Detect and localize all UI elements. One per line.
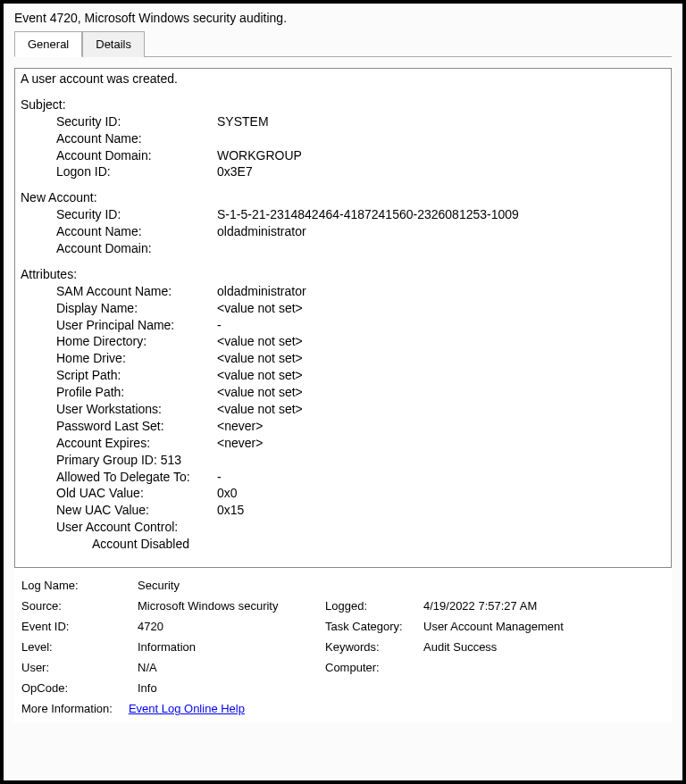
subject-account-domain-val: WORKGROUP — [217, 147, 665, 164]
attr-olduac-val: 0x0 — [217, 485, 665, 502]
attr-homedrive-key: Home Drive: — [56, 350, 217, 367]
attr-newuac-val: 0x15 — [217, 502, 665, 519]
level-value: Information — [138, 640, 325, 654]
level-label: Level: — [21, 640, 138, 654]
subject-security-id-key: Security ID: — [56, 113, 217, 130]
subject-logon-id-key: Logon ID: — [56, 163, 217, 180]
event-title: Event 4720, Microsoft Windows security a… — [4, 4, 682, 30]
user-value: N/A — [138, 661, 325, 674]
attr-homedrive-row: Home Drive: <value not set> — [21, 350, 665, 367]
attr-homedir-key: Home Directory: — [56, 333, 217, 350]
subject-logon-id-row: Logon ID: 0x3E7 — [21, 163, 665, 180]
attr-display-val: <value not set> — [217, 300, 665, 317]
new-account-domain-row: Account Domain: — [21, 240, 665, 257]
event-id-value: 4720 — [138, 620, 325, 633]
attr-profile-val: <value not set> — [217, 384, 665, 401]
source-value: Microsoft Windows security — [138, 599, 325, 613]
subject-account-domain-key: Account Domain: — [56, 147, 217, 164]
attr-delegate-key: Allowed To Delegate To: — [56, 469, 217, 486]
subject-account-domain-row: Account Domain: WORKGROUP — [21, 147, 665, 164]
new-account-domain-val — [217, 240, 665, 257]
keywords-value: Audit Success — [423, 640, 665, 654]
attr-delegate-row: Allowed To Delegate To: - — [21, 469, 665, 486]
event-viewer-panel: Event 4720, Microsoft Windows security a… — [0, 0, 686, 784]
attr-homedir-val: <value not set> — [217, 333, 665, 350]
attr-olduac-row: Old UAC Value: 0x0 — [21, 485, 665, 502]
attr-profile-row: Profile Path: <value not set> — [21, 384, 665, 401]
attr-newuac-row: New UAC Value: 0x15 — [21, 502, 665, 519]
logged-value: 4/19/2022 7:57:27 AM — [423, 599, 665, 613]
user-label: User: — [21, 661, 138, 674]
opcode-label: OpCode: — [21, 681, 138, 695]
attributes-section-label: Attributes: — [21, 266, 665, 283]
more-information-row: More Information: Event Log Online Help — [14, 695, 672, 722]
log-name-label: Log Name: — [21, 579, 138, 592]
tab-general[interactable]: General — [14, 31, 82, 57]
attr-homedir-row: Home Directory: <value not set> — [21, 333, 665, 350]
event-headline: A user account was created. — [21, 71, 665, 88]
tab-details[interactable]: Details — [82, 31, 145, 57]
subject-account-name-val — [217, 130, 665, 147]
attr-script-row: Script Path: <value not set> — [21, 367, 665, 384]
event-description-textbox[interactable]: A user account was created. Subject: Sec… — [14, 68, 672, 568]
attr-uac-disabled: Account Disabled — [21, 536, 665, 553]
task-category-label: Task Category: — [325, 620, 423, 633]
task-category-value: User Account Management — [423, 620, 665, 633]
subject-account-name-row: Account Name: — [21, 130, 665, 147]
subject-security-id-row: Security ID: SYSTEM — [21, 113, 665, 130]
event-id-label: Event ID: — [21, 620, 138, 633]
computer-value — [423, 661, 665, 674]
new-account-name-key: Account Name: — [56, 223, 217, 240]
computer-label: Computer: — [325, 661, 423, 674]
more-information-label: More Information: — [21, 702, 113, 715]
new-account-security-id-key: Security ID: — [56, 206, 217, 223]
attr-expires-key: Account Expires: — [56, 435, 217, 452]
attr-olduac-key: Old UAC Value: — [56, 485, 217, 502]
attr-delegate-val: - — [217, 469, 665, 486]
event-log-online-help-link[interactable]: Event Log Online Help — [129, 702, 245, 715]
attr-newuac-key: New UAC Value: — [56, 502, 217, 519]
attr-sam-val: oldadministrator — [217, 283, 665, 300]
attr-uac-row: User Account Control: — [21, 519, 665, 536]
attr-expires-val: <never> — [217, 435, 665, 452]
attr-pwset-row: Password Last Set: <never> — [21, 418, 665, 435]
new-account-name-row: Account Name: oldadministrator — [21, 223, 665, 240]
attr-upn-key: User Principal Name: — [56, 317, 217, 334]
attr-pwset-val: <never> — [217, 418, 665, 435]
subject-account-name-key: Account Name: — [56, 130, 217, 147]
attr-pwset-key: Password Last Set: — [56, 418, 217, 435]
attr-workstations-val: <value not set> — [217, 401, 665, 418]
attr-display-row: Display Name: <value not set> — [21, 300, 665, 317]
general-tab-content: A user account was created. Subject: Sec… — [14, 68, 672, 722]
attr-profile-key: Profile Path: — [56, 384, 217, 401]
attr-upn-val: - — [217, 317, 665, 334]
new-account-section-label: New Account: — [21, 189, 665, 206]
attr-workstations-key: User Workstations: — [56, 401, 217, 418]
attr-homedrive-val: <value not set> — [217, 350, 665, 367]
tab-strip: General Details — [14, 30, 672, 57]
attr-display-key: Display Name: — [56, 300, 217, 317]
attr-primary-group-row: Primary Group ID: 513 — [21, 452, 665, 469]
attr-script-val: <value not set> — [217, 367, 665, 384]
attr-sam-row: SAM Account Name: oldadministrator — [21, 283, 665, 300]
subject-section-label: Subject: — [21, 96, 665, 113]
event-metadata-grid: Log Name: Security Source: Microsoft Win… — [14, 579, 672, 695]
keywords-label: Keywords: — [325, 640, 423, 654]
log-name-value: Security — [138, 579, 325, 592]
logged-label: Logged: — [325, 599, 423, 613]
new-account-name-val: oldadministrator — [217, 223, 665, 240]
attr-script-key: Script Path: — [56, 367, 217, 384]
attr-upn-row: User Principal Name: - — [21, 317, 665, 334]
source-label: Source: — [21, 599, 138, 613]
attr-expires-row: Account Expires: <never> — [21, 435, 665, 452]
subject-security-id-val: SYSTEM — [217, 113, 665, 130]
attr-sam-key: SAM Account Name: — [56, 283, 217, 300]
subject-logon-id-val: 0x3E7 — [217, 163, 665, 180]
new-account-domain-key: Account Domain: — [56, 240, 217, 257]
attr-workstations-row: User Workstations: <value not set> — [21, 401, 665, 418]
opcode-value: Info — [138, 681, 325, 695]
new-account-security-id-row: Security ID: S-1-5-21-2314842464-4187241… — [21, 206, 665, 223]
new-account-security-id-val: S-1-5-21-2314842464-4187241560-232608125… — [217, 206, 665, 223]
